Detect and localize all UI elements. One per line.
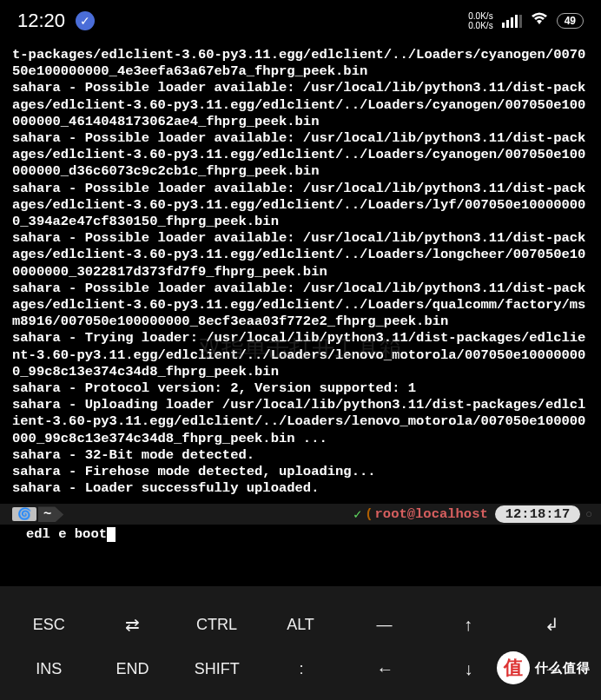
key-up[interactable]: ↑ xyxy=(446,615,490,635)
key-shift[interactable]: SHIFT xyxy=(195,660,240,678)
cursor xyxy=(107,527,116,542)
prompt-path: ~ xyxy=(38,506,63,522)
key-down[interactable]: ↓ xyxy=(447,659,491,679)
key-ctrl[interactable]: CTRL xyxy=(195,616,238,634)
speed-up: 0.0K/s xyxy=(468,21,492,30)
key-left[interactable]: ← xyxy=(363,659,406,679)
key-esc[interactable]: ESC xyxy=(27,616,70,634)
keyboard-row-1: ESC ⇄ CTRL ALT — ↑ ↲ xyxy=(0,602,601,647)
key-colon[interactable]: : xyxy=(280,660,323,678)
prompt-time: 12:18:17 xyxy=(495,505,580,523)
status-right: 0.0K/s 0.0K/s 49 xyxy=(468,11,584,30)
speed-down: 0.0K/s xyxy=(468,11,492,21)
terminal-input[interactable]: edl e boot xyxy=(0,525,601,547)
os-icon: 🌀 xyxy=(12,507,36,521)
status-check-icon: ✓ xyxy=(353,506,361,523)
wifi-icon xyxy=(531,12,548,30)
status-left: 12:20 ✓ xyxy=(17,10,95,32)
key-enter[interactable]: ↲ xyxy=(531,614,574,635)
status-bar: 12:20 ✓ 0.0K/s 0.0K/s 49 xyxy=(0,0,601,42)
battery-level: 49 xyxy=(557,13,584,29)
key-end[interactable]: END xyxy=(110,660,154,678)
check-icon: ✓ xyxy=(76,11,95,30)
clock-icon: ○ xyxy=(585,508,592,521)
status-time: 12:20 xyxy=(17,10,65,32)
prompt-user: root@localhost xyxy=(375,506,488,522)
key-dash[interactable]: — xyxy=(363,616,406,634)
watermark-icon: 值 xyxy=(497,651,530,684)
network-speed: 0.0K/s 0.0K/s xyxy=(468,11,492,30)
signal-icon xyxy=(502,14,522,28)
prompt-line: 🌀 ~ ✓ ( root@localhost 12:18:17 ○ xyxy=(0,504,601,525)
key-tab[interactable]: ⇄ xyxy=(111,614,155,635)
watermark-badge: 值 什么值得 xyxy=(497,651,591,684)
paren-open: ( xyxy=(365,506,373,522)
terminal-output[interactable]: t-packages/edlclient-3.60-py3.11.egg/edl… xyxy=(0,42,601,502)
key-ins[interactable]: INS xyxy=(27,660,70,678)
input-text: edl e boot xyxy=(26,526,107,542)
key-alt[interactable]: ALT xyxy=(279,616,322,634)
watermark-text: 什么值得 xyxy=(535,660,591,677)
